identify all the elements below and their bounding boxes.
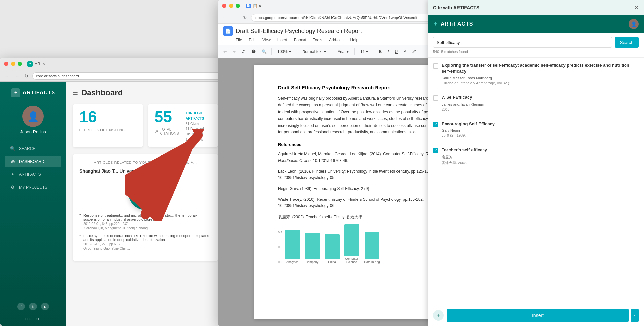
cite-checkbox-2[interactable] xyxy=(433,95,438,101)
search-icon: 🔍 xyxy=(10,146,15,151)
user-name: Jason Rollins xyxy=(20,129,46,134)
sidebar-projects-label: MY PROJECTS xyxy=(19,185,47,190)
cite-search-row: Search xyxy=(433,37,639,48)
redo-button[interactable]: ↪ xyxy=(231,48,238,55)
gdocs-minimize-dot[interactable] xyxy=(229,4,233,8)
text-color-button[interactable]: A xyxy=(402,48,408,55)
menu-insert[interactable]: Insert xyxy=(277,37,287,43)
zoom-dropdown[interactable]: 100% ▾ xyxy=(275,48,294,55)
cite-avatar[interactable]: 👤 xyxy=(629,19,639,29)
y-label-02: 0.2 xyxy=(278,245,282,249)
proofs-card: 16 □ PROOFS OF EXISTENCE xyxy=(73,104,143,147)
cite-search-input[interactable] xyxy=(433,37,612,48)
artifacts-titlebar: ✦ AR ✕ xyxy=(0,58,225,70)
logo-icon: ✦ xyxy=(11,88,20,97)
sidebar-item-search[interactable]: 🔍 SEARCH xyxy=(5,143,61,154)
cite-result-source-1: Fundacion Infancia y Aprendizaje, vol.32… xyxy=(442,81,639,85)
cite-checkbox-1[interactable] xyxy=(433,63,438,69)
separator-4 xyxy=(354,48,355,55)
gdocs-maximize-dot[interactable] xyxy=(236,4,240,8)
cite-results[interactable]: Exploring the transfer of self-efficacy:… xyxy=(428,58,644,305)
label-datamining: Data mining xyxy=(364,260,380,264)
avatar: 👤 xyxy=(22,106,44,127)
cite-search-button[interactable]: Search xyxy=(615,37,639,48)
historical-label: HISTORICAL xyxy=(186,132,205,136)
bold-button[interactable]: B xyxy=(377,48,384,55)
cite-checkbox-3[interactable]: ✓ xyxy=(433,122,438,127)
cite-result-title-4: Teacher's self-efficacy xyxy=(442,147,639,153)
paint-format-button[interactable]: 🅐 xyxy=(250,48,258,55)
twitter-icon[interactable]: 𝕏 xyxy=(29,303,37,310)
menu-edit[interactable]: Edit xyxy=(249,37,256,43)
cite-result-authors-1: Karlijn Massar, Roos Malmberg xyxy=(442,76,639,80)
cite-collapse-button[interactable]: ‹ xyxy=(631,309,639,322)
artifacts-sidebar: ✦ ARTiFACTS 👤 Jason Rollins 🔍 SEARCH ◎ D… xyxy=(0,82,66,326)
menu-help[interactable]: Help xyxy=(350,37,359,43)
facebook-icon[interactable]: f xyxy=(17,303,25,310)
logo-text: ARTiFACTS xyxy=(23,90,55,96)
youtube-icon[interactable]: ▶ xyxy=(41,303,49,310)
article2-title: Facile synthesis of hierarchical TS-1 ze… xyxy=(83,234,211,242)
minimize-dot[interactable] xyxy=(11,62,15,66)
avatar-face: 👤 xyxy=(27,111,39,122)
cite-result-2: 7. Self-Efficacy James and, Evan Kleiman… xyxy=(433,90,639,116)
style-value: Normal text xyxy=(303,49,323,54)
refresh-button[interactable]: ↻ xyxy=(23,73,30,79)
received-text: 11 Received xyxy=(186,127,211,132)
hamburger-icon[interactable]: ☰ xyxy=(73,89,78,96)
proofs-number: 16 xyxy=(79,109,136,125)
sidebar-item-dashboard[interactable]: ◎ DASHBOARD xyxy=(5,156,61,167)
cite-artifacts-header: ✦ ARTiFACTS 👤 xyxy=(428,15,644,33)
print-button[interactable]: 🖨 xyxy=(240,48,248,55)
menu-format[interactable]: Format xyxy=(294,37,306,43)
chart-bar-cs: ComputerScience xyxy=(344,224,359,264)
sidebar-item-projects[interactable]: ⚙ MY PROJECTS xyxy=(5,181,61,193)
chart-bars: Analytics Company China ComputerSci xyxy=(285,231,380,264)
separator-2 xyxy=(297,48,297,55)
sidebar-item-artifacts[interactable]: ✦ ARTIFACTS xyxy=(5,168,61,180)
chart-y-labels: 0.4 0.2 0.0 xyxy=(278,231,282,264)
sidebar-footer: f 𝕏 ▶ xyxy=(17,303,49,314)
font-dropdown[interactable]: Arial ▾ xyxy=(335,48,351,55)
size-dropdown[interactable]: 11 ▾ xyxy=(358,48,371,55)
titlebar-icon: ✦ xyxy=(27,61,33,67)
menu-view[interactable]: View xyxy=(262,37,271,43)
artifacts-window: ✦ AR ✕ ← → ↻ core.artifacts.ai/dashboard… xyxy=(0,58,225,326)
sidebar-artifacts-label: ARTIFACTS xyxy=(19,172,41,177)
cite-insert-button[interactable]: Insert xyxy=(447,309,629,322)
cite-result-content-1: Exploring the transfer of self-efficacy:… xyxy=(442,62,639,85)
style-dropdown[interactable]: Normal text ▾ xyxy=(300,48,329,55)
back-button[interactable]: ← xyxy=(3,73,11,79)
cite-panel-close-button[interactable]: ✕ xyxy=(634,4,639,11)
forward-button[interactable]: → xyxy=(13,73,20,79)
label-china: China xyxy=(328,260,336,264)
logout-button[interactable]: LOG OUT xyxy=(25,317,41,321)
gdocs-refresh-button[interactable]: ↻ xyxy=(242,15,248,21)
menu-file[interactable]: File xyxy=(236,37,242,43)
cite-checkbox-4[interactable]: ✓ xyxy=(433,148,438,153)
cite-add-button[interactable]: + xyxy=(433,310,444,321)
highlight-button[interactable]: 🖊 xyxy=(410,48,418,55)
gdocs-close-dot[interactable] xyxy=(222,4,226,8)
url-bar[interactable]: core.artifacts.ai/dashboard xyxy=(32,72,221,80)
menu-addons[interactable]: Add-ons xyxy=(329,37,344,43)
maximize-dot[interactable] xyxy=(18,62,22,66)
gdocs-tab-icon: 📄 xyxy=(246,4,251,8)
cite-result-source-4: 香港大學. 2002. xyxy=(442,161,639,165)
gdocs-back-button[interactable]: ← xyxy=(222,15,229,21)
label-analytics: Analytics xyxy=(286,260,298,264)
italic-button[interactable]: I xyxy=(386,48,391,55)
undo-button[interactable]: ↩ xyxy=(221,48,229,55)
underline-button[interactable]: U xyxy=(393,48,400,55)
artifacts-logo: ✦ ARTiFACTS xyxy=(11,88,55,97)
chart-bar-china: China xyxy=(325,234,340,264)
menu-tools[interactable]: Tools xyxy=(313,37,322,43)
cite-result-3: ✓ Encouraging Self-Efficacy Gary Negin v… xyxy=(433,116,639,142)
dashboard-header: ☰ Dashboard xyxy=(73,88,218,97)
spell-check-button[interactable]: 🔍 xyxy=(260,48,268,55)
cite-result-1: Exploring the transfer of self-efficacy:… xyxy=(433,58,639,90)
university-name: Shanghai Jiao T... University xyxy=(79,168,211,174)
close-dot[interactable] xyxy=(4,62,8,66)
close-tab-icon[interactable]: ✕ xyxy=(42,62,45,66)
gdocs-forward-button[interactable]: → xyxy=(232,15,239,21)
